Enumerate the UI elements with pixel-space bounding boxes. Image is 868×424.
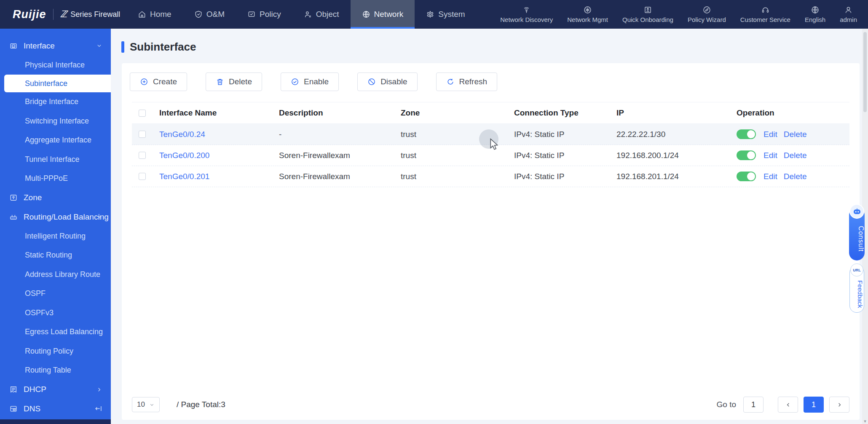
home-icon	[138, 10, 146, 19]
language-globe-icon	[811, 5, 820, 14]
globe-icon	[362, 10, 370, 19]
tab-label: Object	[316, 10, 339, 19]
sidebar-item-ospf[interactable]: OSPF	[0, 284, 111, 303]
cell-operation: Edit Delete	[730, 150, 849, 160]
goto-page-input[interactable]: 1	[743, 397, 764, 413]
sidebar-item-label: Static Routing	[25, 251, 72, 260]
select-all-checkbox[interactable]	[139, 110, 146, 117]
sidebar-item-egress-load-balancing[interactable]: Egress Load Balancing	[0, 322, 111, 342]
delete-link[interactable]: Delete	[784, 151, 807, 160]
create-button[interactable]: Create	[130, 72, 187, 91]
scrollbar-thumb[interactable]	[863, 32, 867, 112]
sidebar-group-zone[interactable]: Zone	[0, 188, 111, 208]
sidebar-item-aggregate-interface[interactable]: Aggregate Interface	[0, 131, 111, 150]
enable-toggle[interactable]	[737, 150, 756, 160]
util-label: English	[805, 16, 825, 23]
nav-spacer	[477, 0, 501, 29]
sidebar-item-label: Switching Interface	[25, 117, 89, 126]
sidebar-group-label: DHCP	[24, 385, 46, 394]
disable-button[interactable]: Disable	[357, 72, 417, 91]
row-checkbox[interactable]	[139, 173, 146, 180]
button-label: Enable	[304, 77, 329, 86]
sidebar-group-interface[interactable]: Interface	[0, 36, 111, 56]
delete-button[interactable]: Delete	[206, 72, 262, 91]
edit-link[interactable]: Edit	[764, 172, 777, 181]
chevron-left-icon	[785, 402, 791, 408]
quick-onboarding-button[interactable]: Quick Onboarding	[622, 5, 673, 23]
interface-name-link[interactable]: TenGe0/0.24	[159, 130, 205, 139]
zone-icon	[9, 193, 18, 202]
row-checkbox[interactable]	[139, 152, 146, 159]
tab-home[interactable]: Home	[126, 0, 183, 29]
consult-widget[interactable]: Consult	[849, 207, 865, 260]
table-row: TenGe0/0.201 Soren-Firewallexam trust IP…	[132, 166, 849, 187]
tab-network[interactable]: Network	[351, 0, 415, 29]
table-header-row: Interface Name Description Zone Connecti…	[132, 102, 849, 124]
enable-button[interactable]: Enable	[281, 72, 339, 91]
sidebar-item-intelligent-routing[interactable]: Intelligent Routing	[0, 227, 111, 246]
cell-interface-name: TenGe0/0.200	[153, 151, 272, 160]
sidebar-item-label: Address Library Route	[25, 270, 100, 279]
tab-system[interactable]: System	[415, 0, 476, 29]
scrollbar-down-arrow[interactable]: ▾	[863, 419, 867, 423]
row-checkbox[interactable]	[139, 131, 146, 138]
toolbar: Create Delete Enable Disable Refresh	[122, 63, 860, 91]
url-globe-icon: URL	[850, 263, 863, 276]
sidebar-item-subinterface[interactable]: Subinterface	[4, 75, 111, 92]
subinterface-table: Interface Name Description Zone Connecti…	[132, 102, 849, 187]
nav-utilities: Network Discovery Network Mgmt Quick Onb…	[500, 0, 868, 29]
tab-label: System	[438, 10, 465, 19]
button-label: Delete	[229, 77, 252, 86]
refresh-icon	[446, 78, 455, 86]
sidebar-item-routing-policy[interactable]: Routing Policy	[0, 342, 111, 361]
network-discovery-button[interactable]: Network Discovery	[500, 5, 553, 23]
sidebar-item-multi-pppoe[interactable]: Multi-PPPoE	[0, 169, 111, 188]
main-content: Subinterface Create Delete Enable Disabl…	[111, 29, 868, 424]
customer-service-button[interactable]: Customer Service	[740, 5, 790, 23]
sidebar-item-label: Routing Table	[25, 366, 71, 375]
page-size-select[interactable]: 10	[132, 397, 160, 412]
util-label: Policy Wizard	[688, 16, 726, 23]
enable-toggle[interactable]	[737, 129, 756, 139]
interface-name-link[interactable]: TenGe0/0.201	[159, 172, 209, 181]
tab-om[interactable]: O&M	[183, 0, 236, 29]
sidebar-item-address-library-route[interactable]: Address Library Route	[0, 265, 111, 284]
page-title: Subinterface	[130, 40, 196, 54]
sidebar-item-routing-table[interactable]: Routing Table	[0, 361, 111, 380]
router-icon	[9, 213, 18, 221]
prev-page-button[interactable]	[778, 397, 798, 413]
sidebar-item-label: OSPFv3	[25, 309, 54, 317]
url-feedback-widget[interactable]: URL Feedback	[849, 266, 864, 313]
sidebar-item-static-routing[interactable]: Static Routing	[0, 246, 111, 265]
sidebar-item-physical-interface[interactable]: Physical Interface	[0, 56, 111, 75]
enable-toggle[interactable]	[737, 172, 756, 181]
sidebar-group-routing[interactable]: Routing/Load Balancing	[0, 207, 111, 227]
sidebar-item-label: Multi-PPPoE	[25, 174, 68, 183]
sidebar-item-bridge-interface[interactable]: Bridge Interface	[0, 92, 111, 112]
delete-link[interactable]: Delete	[784, 172, 807, 181]
language-button[interactable]: English	[805, 5, 825, 23]
refresh-button[interactable]: Refresh	[436, 72, 498, 91]
edit-link[interactable]: Edit	[764, 130, 777, 139]
tab-object[interactable]: Object	[292, 0, 351, 29]
cell-zone: trust	[394, 130, 507, 139]
cell-interface-name: TenGe0/0.24	[153, 130, 272, 139]
sidebar-item-switching-interface[interactable]: Switching Interface	[0, 112, 111, 131]
tab-label: O&M	[206, 10, 225, 19]
delete-link[interactable]: Delete	[784, 130, 807, 139]
network-mgmt-button[interactable]: Network Mgmt	[567, 5, 608, 23]
sidebar-group-dns[interactable]: DNS	[0, 399, 111, 419]
cell-zone: trust	[394, 151, 507, 160]
policy-wizard-button[interactable]: Policy Wizard	[688, 5, 726, 23]
sidebar-group-dhcp[interactable]: DHCP	[0, 380, 111, 400]
user-icon	[844, 5, 853, 14]
admin-menu-button[interactable]: admin	[840, 5, 857, 23]
edit-link[interactable]: Edit	[764, 151, 777, 160]
interface-name-link[interactable]: TenGe0/0.200	[159, 151, 209, 160]
next-page-button[interactable]	[829, 397, 849, 413]
sidebar-item-tunnel-interface[interactable]: Tunnel Interface	[0, 150, 111, 169]
page-1-button[interactable]: 1	[804, 397, 824, 413]
tab-policy[interactable]: Policy	[236, 0, 292, 29]
sidebar-item-ospfv3[interactable]: OSPFv3	[0, 303, 111, 323]
collapse-sidebar-icon[interactable]	[94, 405, 102, 413]
